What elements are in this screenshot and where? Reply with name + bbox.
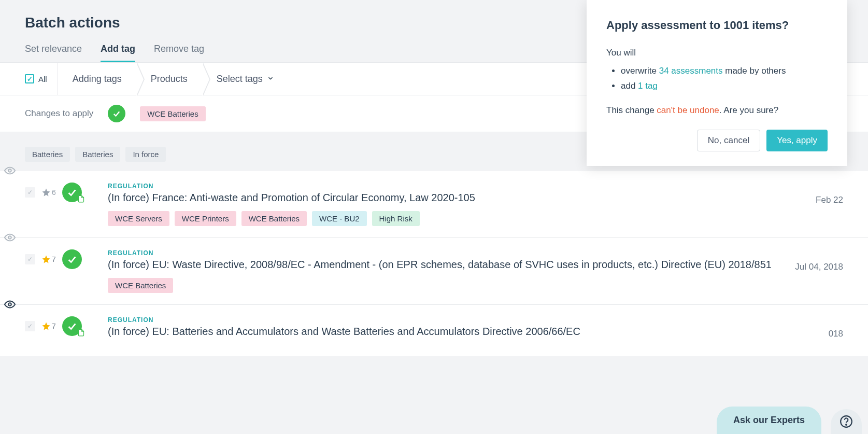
star-count: 7	[52, 255, 56, 263]
category-label: REGULATION	[108, 183, 803, 190]
svg-point-2	[8, 303, 11, 306]
tab-set-relevance[interactable]: Set relevance	[25, 44, 82, 62]
svg-point-4	[846, 424, 847, 425]
item-title[interactable]: (In force) France: Anti-waste and Promot…	[108, 192, 803, 204]
help-icon	[839, 415, 853, 428]
item-tag[interactable]: High Risk	[372, 211, 420, 226]
star-count: 6	[52, 188, 56, 197]
crumb-select-tags[interactable]: Select tags	[202, 63, 289, 95]
category-label: REGULATION	[108, 249, 782, 257]
item-body: REGULATION (In force) France: Anti-waste…	[108, 183, 803, 226]
category-label: REGULATION	[108, 316, 816, 324]
filter-chip[interactable]: Batteries	[75, 147, 120, 162]
crumb-select-tags-label: Select tags	[217, 74, 263, 85]
changes-label: Changes to apply	[25, 108, 93, 119]
checkbox-icon: ✓	[25, 74, 34, 83]
breadcrumb-steps: Adding tags Products Select tags	[58, 63, 289, 95]
item-body: REGULATION (In force) EU: Waste Directiv…	[108, 249, 782, 293]
star-count: 7	[52, 322, 56, 330]
assessments-link[interactable]: 34 assessments	[659, 66, 723, 76]
select-all-label: All	[38, 75, 47, 83]
item-tag[interactable]: WCE Batteries	[108, 278, 173, 293]
item-tag[interactable]: WCE Servers	[108, 211, 169, 226]
bullet-add: add 1 tag	[621, 79, 828, 94]
item-tag[interactable]: WCE - BU2	[312, 211, 367, 226]
select-all[interactable]: ✓ All	[0, 63, 58, 95]
item-tag[interactable]: WCE Batteries	[241, 211, 307, 226]
item-tag[interactable]: WCE Printers	[175, 211, 236, 226]
item-date: 018	[816, 316, 843, 339]
tag-count-link[interactable]: 1 tag	[638, 81, 658, 91]
item-title[interactable]: (In force) EU: Batteries and Accumulator…	[108, 326, 816, 338]
confirm-dialog: Apply assessment to 1001 items? You will…	[587, 0, 847, 166]
star-rating[interactable]: 6	[41, 188, 56, 197]
item-controls: ✓ 7	[4, 249, 108, 269]
row-checkbox[interactable]: ✓	[25, 321, 35, 331]
document-icon	[77, 195, 85, 204]
filter-chip[interactable]: In force	[125, 147, 166, 162]
list-item[interactable]: ✓ 6 REGULATION (In force) France: Anti-w…	[0, 171, 868, 238]
item-controls: ✓ 6	[4, 183, 108, 202]
change-tag[interactable]: WCE Batteries	[140, 106, 205, 121]
tab-remove-tag[interactable]: Remove tag	[154, 44, 204, 62]
bullet-overwrite: overwrite 34 assessments made by others	[621, 64, 828, 79]
item-body: REGULATION (In force) EU: Batteries and …	[108, 316, 816, 345]
dialog-lead: You will	[606, 46, 828, 61]
apply-button[interactable]: Yes, apply	[766, 130, 828, 151]
svg-point-1	[8, 236, 11, 239]
crumb-adding-tags[interactable]: Adding tags	[58, 63, 136, 95]
item-controls: ✓ 7	[4, 316, 108, 336]
row-checkbox[interactable]: ✓	[25, 187, 35, 198]
svg-point-0	[8, 169, 11, 172]
status-check-icon	[62, 249, 82, 269]
dialog-actions: No, cancel Yes, apply	[606, 130, 828, 151]
document-icon	[77, 329, 85, 338]
cancel-button[interactable]: No, cancel	[697, 130, 760, 151]
dialog-body: You will overwrite 34 assessments made b…	[606, 46, 828, 118]
filter-chip[interactable]: Batteries	[25, 147, 70, 162]
chevron-down-icon	[267, 74, 274, 85]
help-button[interactable]	[831, 409, 862, 434]
tab-add-tag[interactable]: Add tag	[101, 44, 135, 62]
list-item[interactable]: ✓ 7 REGULATION (In force) EU: Waste Dire…	[0, 238, 868, 305]
list-item[interactable]: ✓ 7 REGULATION (In force) EU: Batteries …	[0, 305, 868, 356]
dialog-warning: This change can't be undone. Are you sur…	[606, 103, 828, 118]
item-date: Feb 22	[803, 183, 843, 205]
eye-icon	[4, 299, 16, 312]
star-rating[interactable]: 7	[41, 321, 56, 331]
warn-text: can't be undone	[657, 105, 719, 115]
eye-icon	[4, 165, 16, 178]
eye-icon	[4, 232, 16, 245]
item-tags: WCE Batteries	[108, 278, 782, 293]
check-circle-icon	[108, 105, 125, 122]
item-date: Jul 04, 2018	[782, 249, 843, 272]
item-tags: WCE Servers WCE Printers WCE Batteries W…	[108, 211, 803, 226]
ask-experts-button[interactable]: Ask our Experts	[717, 407, 821, 434]
dialog-title: Apply assessment to 1001 items?	[606, 19, 828, 32]
star-rating[interactable]: 7	[41, 255, 56, 264]
crumb-products[interactable]: Products	[136, 63, 202, 95]
item-title[interactable]: (In force) EU: Waste Directive, 2008/98/…	[108, 259, 782, 271]
row-checkbox[interactable]: ✓	[25, 254, 35, 264]
